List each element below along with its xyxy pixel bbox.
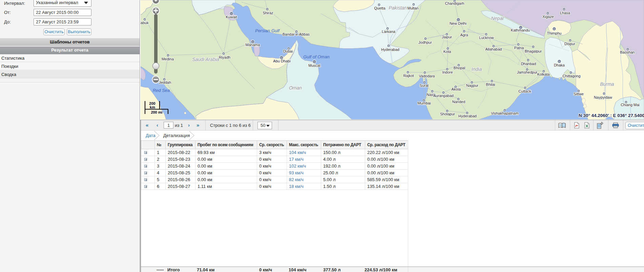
svg-text:Sholapur: Sholapur (440, 112, 455, 116)
svg-text:Hyderabad: Hyderabad (458, 114, 477, 118)
svg-text:Hyderabad: Hyderabad (381, 47, 399, 52)
svg-text:Dubai: Dubai (283, 49, 293, 53)
svg-text:Nanded: Nanded (452, 100, 465, 104)
svg-text:Abu Dhabi: Abu Dhabi (273, 59, 290, 63)
svg-text:Mumbai: Mumbai (417, 101, 431, 105)
svg-text:Larkana: Larkana (382, 30, 396, 34)
svg-text:Rajkot: Rajkot (403, 74, 414, 78)
svg-text:Vadodara: Vadodara (419, 74, 435, 78)
svg-text:Allahabad: Allahabad (485, 47, 502, 51)
svg-text:Jamshedpur: Jamshedpur (517, 70, 538, 74)
svg-text:Naypyidaw: Naypyidaw (594, 95, 612, 99)
svg-text:Kota: Kota (443, 50, 452, 54)
svg-text:Multan: Multan (407, 6, 418, 10)
svg-text:N 30° 44.2060' : E 036° 27.540: N 30° 44.2060' : E 036° 27.5400' (579, 113, 644, 118)
svg-text:Patna: Patna (514, 46, 524, 50)
svg-text:Surat: Surat (420, 83, 429, 88)
svg-text:Dhaka: Dhaka (554, 63, 565, 67)
svg-text:Jodhpur: Jodhpur (418, 40, 432, 44)
svg-text:Bhagalpur: Bhagalpur (525, 49, 542, 53)
svg-text:Riyadh: Riyadh (219, 55, 230, 59)
svg-text:Kathmandu: Kathmandu (511, 28, 530, 32)
svg-text:Burma: Burma (600, 81, 614, 87)
svg-text:New Delhi: New Delhi (450, 21, 466, 25)
svg-text:Vishakhapatnam: Vishakhapatnam (491, 111, 519, 115)
svg-text:Manama: Manama (246, 43, 261, 47)
svg-text:Tabuk: Tabuk (141, 21, 149, 25)
svg-text:Agra: Agra (460, 33, 468, 37)
svg-text:Thimphu: Thimphu (547, 31, 562, 35)
svg-text:Chandigarh: Chandigarh (445, 1, 464, 5)
svg-text:Dhanbad: Dhanbad (521, 62, 536, 66)
svg-text:Cuttack: Cuttack (518, 89, 531, 93)
svg-text:Oman: Oman (289, 85, 302, 91)
svg-text:Chiang Mai: Chiang Mai (621, 103, 640, 107)
svg-text:200 mi: 200 mi (151, 110, 162, 114)
svg-text:Persian Gulf: Persian Gulf (255, 28, 280, 33)
svg-text:km: km (150, 105, 155, 109)
svg-text:Bandar-e-Abbas: Bandar-e-Abbas (283, 32, 310, 36)
svg-text:Indore: Indore (442, 70, 453, 74)
svg-text:Kolkata: Kolkata (537, 72, 550, 76)
svg-text:Chittagong: Chittagong (562, 74, 580, 78)
svg-text:Pakistan: Pakistan (389, 5, 407, 11)
svg-text:Bhopal: Bhopal (454, 66, 465, 70)
svg-text:Dispur: Dispur (564, 42, 575, 46)
svg-text:Quetta: Quetta (374, 6, 386, 10)
svg-text:Nepal: Nepal (491, 16, 504, 21)
svg-text:200: 200 (149, 101, 155, 105)
svg-text:Jeddah: Jeddah (159, 80, 171, 84)
svg-text:Kuwait: Kuwait (226, 15, 237, 19)
svg-text:Bhilai: Bhilai (486, 82, 495, 86)
svg-text:Shiraz: Shiraz (263, 11, 273, 15)
svg-text:Nagpur: Nagpur (466, 83, 478, 88)
svg-text:India: India (472, 66, 482, 72)
svg-text:Gulf of Oman: Gulf of Oman (303, 54, 329, 59)
svg-text:Xigaze: Xigaze (542, 15, 554, 19)
svg-text:Lucknow: Lucknow (479, 36, 494, 40)
svg-text:Medina: Medina (162, 57, 174, 61)
svg-text:Lhasa: Lhasa (560, 11, 570, 15)
svg-text:Baoshan: Baoshan (620, 50, 635, 54)
svg-text:Jaipur: Jaipur (442, 35, 452, 39)
svg-text:Akola: Akola (451, 87, 461, 91)
svg-text:Saudi Arabia: Saudi Arabia (192, 57, 219, 62)
svg-text:Red Sea: Red Sea (153, 88, 170, 93)
svg-text:Aurangabad: Aurangabad (433, 94, 454, 98)
svg-text:Muscat: Muscat (308, 63, 320, 67)
svg-text:Sittwe: Sittwe (574, 92, 584, 96)
